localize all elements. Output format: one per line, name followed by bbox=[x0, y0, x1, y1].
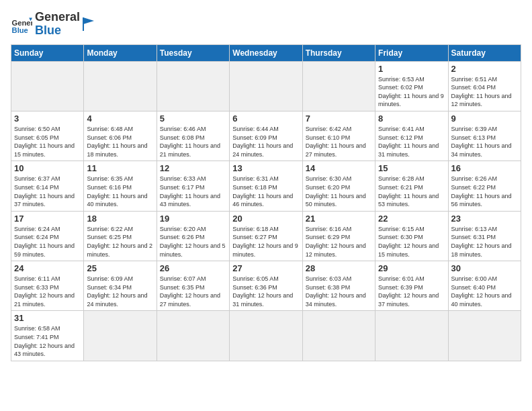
calendar-cell: 9Sunrise: 6:39 AMSunset: 6:13 PMDaylight… bbox=[448, 111, 521, 161]
calendar-cell bbox=[84, 61, 157, 111]
day-number: 30 bbox=[451, 263, 518, 273]
day-number: 3 bbox=[14, 113, 81, 124]
calendar-body: 1Sunrise: 6:53 AMSunset: 6:02 PMDaylight… bbox=[11, 61, 521, 361]
day-info: Sunrise: 6:01 AMSunset: 6:39 PMDaylight:… bbox=[378, 275, 445, 308]
day-number: 25 bbox=[87, 263, 153, 273]
day-info: Sunrise: 6:13 AMSunset: 6:31 PMDaylight:… bbox=[451, 225, 518, 259]
svg-marker-3 bbox=[83, 17, 94, 31]
day-number: 27 bbox=[232, 263, 299, 273]
day-info: Sunrise: 6:00 AMSunset: 6:40 PMDaylight:… bbox=[451, 275, 518, 308]
calendar-cell: 21Sunrise: 6:16 AMSunset: 6:29 PMDayligh… bbox=[302, 211, 375, 261]
day-info: Sunrise: 6:22 AMSunset: 6:25 PMDaylight:… bbox=[87, 225, 153, 259]
day-number: 26 bbox=[160, 263, 226, 273]
day-info: Sunrise: 6:15 AMSunset: 6:30 PMDaylight:… bbox=[378, 225, 445, 259]
logo-flag-icon bbox=[83, 17, 95, 32]
col-thursday: Thursday bbox=[302, 44, 375, 61]
day-info: Sunrise: 6:09 AMSunset: 6:34 PMDaylight:… bbox=[87, 275, 153, 308]
calendar-header-row: Sunday Monday Tuesday Wednesday Thursday… bbox=[11, 44, 521, 61]
calendar-cell: 11Sunrise: 6:35 AMSunset: 6:16 PMDayligh… bbox=[84, 161, 157, 211]
col-sunday: Sunday bbox=[11, 44, 84, 61]
calendar-cell: 14Sunrise: 6:30 AMSunset: 6:20 PMDayligh… bbox=[302, 161, 375, 211]
day-info: Sunrise: 6:20 AMSunset: 6:26 PMDaylight:… bbox=[160, 225, 226, 259]
calendar-cell: 6Sunrise: 6:44 AMSunset: 6:09 PMDaylight… bbox=[230, 111, 302, 161]
calendar-cell: 24Sunrise: 6:11 AMSunset: 6:33 PMDayligh… bbox=[11, 261, 84, 311]
day-info: Sunrise: 6:39 AMSunset: 6:13 PMDaylight:… bbox=[451, 125, 518, 158]
day-info: Sunrise: 6:50 AMSunset: 6:05 PMDaylight:… bbox=[14, 125, 81, 158]
calendar-cell bbox=[302, 311, 375, 361]
day-number: 28 bbox=[306, 263, 372, 273]
day-number: 16 bbox=[451, 163, 518, 173]
calendar-cell: 26Sunrise: 6:07 AMSunset: 6:35 PMDayligh… bbox=[157, 261, 229, 311]
day-number: 23 bbox=[451, 214, 518, 224]
calendar-week-row: 3Sunrise: 6:50 AMSunset: 6:05 PMDaylight… bbox=[11, 111, 521, 161]
calendar-cell: 2Sunrise: 6:51 AMSunset: 6:04 PMDaylight… bbox=[448, 61, 521, 111]
day-info: Sunrise: 6:48 AMSunset: 6:06 PMDaylight:… bbox=[87, 125, 153, 158]
day-number: 24 bbox=[14, 263, 81, 273]
day-info: Sunrise: 6:42 AMSunset: 6:10 PMDaylight:… bbox=[306, 125, 372, 158]
calendar-cell: 23Sunrise: 6:13 AMSunset: 6:31 PMDayligh… bbox=[448, 211, 521, 261]
logo-icon: General Blue bbox=[11, 13, 32, 35]
calendar-week-row: 31Sunrise: 6:58 AMSunset: 7:41 PMDayligh… bbox=[11, 311, 521, 361]
day-info: Sunrise: 6:44 AMSunset: 6:09 PMDaylight:… bbox=[232, 125, 299, 158]
calendar-cell: 12Sunrise: 6:33 AMSunset: 6:17 PMDayligh… bbox=[157, 161, 229, 211]
calendar-cell: 28Sunrise: 6:03 AMSunset: 6:38 PMDayligh… bbox=[302, 261, 375, 311]
calendar-cell: 22Sunrise: 6:15 AMSunset: 6:30 PMDayligh… bbox=[375, 211, 448, 261]
day-number: 9 bbox=[451, 113, 518, 124]
calendar-cell: 15Sunrise: 6:28 AMSunset: 6:21 PMDayligh… bbox=[375, 161, 448, 211]
calendar-cell: 10Sunrise: 6:37 AMSunset: 6:14 PMDayligh… bbox=[11, 161, 84, 211]
calendar-cell: 29Sunrise: 6:01 AMSunset: 6:39 PMDayligh… bbox=[375, 261, 448, 311]
day-info: Sunrise: 6:53 AMSunset: 6:02 PMDaylight:… bbox=[378, 75, 445, 109]
day-number: 22 bbox=[378, 214, 445, 224]
day-info: Sunrise: 6:58 AMSunset: 7:41 PMDaylight:… bbox=[14, 324, 81, 358]
day-number: 4 bbox=[87, 113, 153, 124]
calendar-cell bbox=[84, 311, 157, 361]
svg-text:General: General bbox=[12, 18, 32, 26]
logo-text-general: General bbox=[35, 11, 80, 24]
day-number: 18 bbox=[87, 214, 153, 224]
day-info: Sunrise: 6:51 AMSunset: 6:04 PMDaylight:… bbox=[451, 75, 518, 109]
day-number: 5 bbox=[160, 113, 226, 124]
calendar-cell: 1Sunrise: 6:53 AMSunset: 6:02 PMDaylight… bbox=[375, 61, 448, 111]
calendar-cell: 30Sunrise: 6:00 AMSunset: 6:40 PMDayligh… bbox=[448, 261, 521, 311]
logo-text-blue: Blue bbox=[35, 24, 80, 38]
calendar-cell bbox=[230, 311, 302, 361]
day-info: Sunrise: 6:46 AMSunset: 6:08 PMDaylight:… bbox=[160, 125, 226, 158]
day-info: Sunrise: 6:16 AMSunset: 6:29 PMDaylight:… bbox=[306, 225, 372, 259]
calendar-cell bbox=[230, 61, 302, 111]
calendar-cell: 31Sunrise: 6:58 AMSunset: 7:41 PMDayligh… bbox=[11, 311, 84, 361]
day-number: 6 bbox=[232, 113, 299, 124]
logo: General Blue General Blue bbox=[11, 11, 95, 38]
calendar-cell: 4Sunrise: 6:48 AMSunset: 6:06 PMDaylight… bbox=[84, 111, 157, 161]
day-info: Sunrise: 6:30 AMSunset: 6:20 PMDaylight:… bbox=[306, 175, 372, 208]
col-friday: Friday bbox=[375, 44, 448, 61]
day-info: Sunrise: 6:28 AMSunset: 6:21 PMDaylight:… bbox=[378, 175, 445, 208]
calendar-cell: 16Sunrise: 6:26 AMSunset: 6:22 PMDayligh… bbox=[448, 161, 521, 211]
day-number: 2 bbox=[451, 64, 518, 74]
day-info: Sunrise: 6:05 AMSunset: 6:36 PMDaylight:… bbox=[232, 275, 299, 308]
svg-text:Blue: Blue bbox=[12, 26, 28, 34]
page-header: General Blue General Blue bbox=[11, 11, 521, 38]
calendar-cell: 19Sunrise: 6:20 AMSunset: 6:26 PMDayligh… bbox=[157, 211, 229, 261]
day-number: 20 bbox=[232, 214, 299, 224]
day-number: 19 bbox=[160, 214, 226, 224]
day-number: 11 bbox=[87, 163, 153, 173]
calendar-cell bbox=[11, 61, 84, 111]
day-info: Sunrise: 6:07 AMSunset: 6:35 PMDaylight:… bbox=[160, 275, 226, 308]
day-number: 17 bbox=[14, 214, 81, 224]
calendar-cell: 3Sunrise: 6:50 AMSunset: 6:05 PMDaylight… bbox=[11, 111, 84, 161]
calendar-cell: 13Sunrise: 6:31 AMSunset: 6:18 PMDayligh… bbox=[230, 161, 302, 211]
day-number: 7 bbox=[306, 113, 372, 124]
calendar-week-row: 17Sunrise: 6:24 AMSunset: 6:24 PMDayligh… bbox=[11, 211, 521, 261]
calendar-cell: 20Sunrise: 6:18 AMSunset: 6:27 PMDayligh… bbox=[230, 211, 302, 261]
col-tuesday: Tuesday bbox=[157, 44, 229, 61]
calendar-week-row: 1Sunrise: 6:53 AMSunset: 6:02 PMDaylight… bbox=[11, 61, 521, 111]
calendar-cell: 5Sunrise: 6:46 AMSunset: 6:08 PMDaylight… bbox=[157, 111, 229, 161]
day-number: 31 bbox=[14, 313, 81, 323]
day-info: Sunrise: 6:11 AMSunset: 6:33 PMDaylight:… bbox=[14, 275, 81, 308]
calendar-cell: 8Sunrise: 6:41 AMSunset: 6:12 PMDaylight… bbox=[375, 111, 448, 161]
col-wednesday: Wednesday bbox=[230, 44, 302, 61]
calendar-cell: 25Sunrise: 6:09 AMSunset: 6:34 PMDayligh… bbox=[84, 261, 157, 311]
col-monday: Monday bbox=[84, 44, 157, 61]
day-number: 14 bbox=[306, 163, 372, 173]
day-number: 12 bbox=[160, 163, 226, 173]
